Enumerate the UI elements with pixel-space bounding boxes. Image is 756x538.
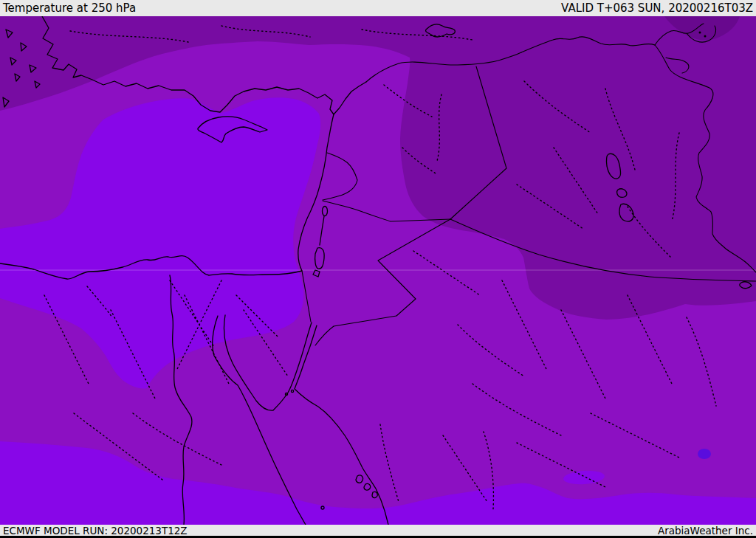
map-title: Temperature at 250 hPa bbox=[3, 1, 136, 15]
temperature-band-blue-spot bbox=[698, 449, 711, 459]
valid-time-label: VALID T+063 SUN, 20200216T03Z bbox=[561, 1, 753, 15]
header-bar: Temperature at 250 hPa VALID T+063 SUN, … bbox=[0, 0, 756, 16]
footer-bar: ECMWF MODEL RUN: 20200213T12Z ArabiaWeat… bbox=[0, 525, 756, 536]
credit-label: ArabiaWeather Inc. bbox=[658, 525, 753, 537]
model-run-label: ECMWF MODEL RUN: 20200213T12Z bbox=[3, 525, 188, 537]
weather-map-canvas bbox=[0, 16, 756, 525]
weather-map-window: Temperature at 250 hPa VALID T+063 SUN, … bbox=[0, 0, 756, 538]
